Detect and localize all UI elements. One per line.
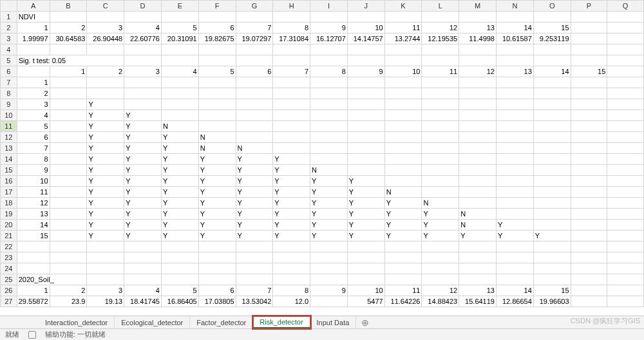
cell[interactable] — [236, 263, 273, 274]
cell[interactable] — [496, 263, 533, 274]
cell[interactable] — [50, 187, 87, 198]
col-header-K[interactable]: K — [384, 1, 422, 12]
cell[interactable]: Y — [87, 165, 124, 176]
cell[interactable] — [198, 274, 236, 285]
cell[interactable] — [571, 241, 607, 252]
row-header[interactable]: 9 — [1, 99, 17, 110]
cell[interactable] — [310, 132, 348, 143]
cell[interactable] — [50, 12, 87, 23]
cell[interactable]: 5 — [198, 66, 236, 77]
cell[interactable]: Y — [161, 209, 198, 220]
cell[interactable]: Y — [422, 231, 459, 241]
col-header-L[interactable]: L — [422, 1, 459, 12]
cell[interactable] — [607, 198, 644, 209]
cell[interactable]: 4 — [161, 66, 198, 77]
cell[interactable]: Y — [124, 176, 162, 187]
cell[interactable]: N — [236, 143, 273, 154]
cell[interactable] — [384, 99, 422, 110]
cell[interactable] — [459, 143, 497, 154]
cell[interactable]: Y — [161, 132, 198, 143]
row-header[interactable]: 20 — [1, 220, 17, 231]
cell[interactable] — [571, 99, 607, 110]
cell[interactable] — [50, 252, 87, 263]
cell[interactable]: Y — [347, 198, 384, 209]
cell[interactable] — [347, 154, 384, 165]
cell[interactable] — [607, 110, 644, 121]
cell[interactable] — [571, 33, 607, 44]
cell[interactable] — [459, 88, 497, 99]
cell[interactable] — [273, 77, 310, 88]
cell[interactable] — [533, 252, 571, 263]
cell[interactable] — [496, 55, 533, 66]
cell[interactable] — [198, 263, 236, 274]
cell[interactable] — [496, 121, 533, 132]
cell[interactable] — [310, 121, 348, 132]
cell[interactable] — [310, 274, 348, 285]
cell[interactable] — [422, 77, 459, 88]
cell[interactable] — [273, 12, 310, 23]
cell[interactable] — [422, 55, 459, 66]
cell[interactable] — [607, 263, 644, 274]
cell[interactable] — [571, 252, 607, 263]
cell[interactable]: 2 — [87, 66, 124, 77]
cell[interactable]: Y — [198, 165, 236, 176]
cell[interactable]: Sig. t test: 0.05 — [17, 55, 124, 66]
cell[interactable]: Y — [273, 220, 310, 231]
cell[interactable]: Y — [496, 220, 533, 231]
cell[interactable] — [607, 165, 644, 176]
cell[interactable] — [607, 220, 644, 231]
row-header[interactable]: 15 — [1, 165, 17, 176]
col-header-P[interactable]: P — [571, 1, 607, 12]
cell[interactable] — [422, 132, 459, 143]
cell[interactable] — [459, 121, 497, 132]
cell[interactable] — [347, 44, 384, 55]
cell[interactable] — [384, 55, 422, 66]
cell[interactable]: 12 — [459, 66, 497, 77]
cell[interactable]: Y — [310, 209, 348, 220]
row-header[interactable]: 4 — [1, 44, 17, 55]
cell[interactable]: Y — [87, 143, 124, 154]
cell[interactable] — [124, 77, 162, 88]
sheet-tab[interactable]: Factor_detector — [190, 316, 253, 328]
cell[interactable]: Y — [236, 198, 273, 209]
row-header[interactable]: 2 — [1, 23, 17, 33]
row-header[interactable]: 18 — [1, 198, 17, 209]
cell[interactable] — [607, 121, 644, 132]
cell[interactable]: Y — [87, 99, 124, 110]
cell[interactable] — [347, 55, 384, 66]
cell[interactable] — [50, 77, 87, 88]
cell[interactable]: 5 — [17, 121, 50, 132]
cell[interactable]: Y — [236, 231, 273, 241]
cell[interactable]: 14 — [17, 220, 50, 231]
cell[interactable] — [273, 132, 310, 143]
cell[interactable]: Y — [273, 165, 310, 176]
cell[interactable] — [273, 252, 310, 263]
cell[interactable]: Y — [161, 231, 198, 241]
cell[interactable] — [422, 165, 459, 176]
cell[interactable] — [310, 241, 348, 252]
cell[interactable] — [161, 252, 198, 263]
cell[interactable] — [87, 88, 124, 99]
cell[interactable] — [50, 110, 87, 121]
cell[interactable] — [496, 143, 533, 154]
cell[interactable]: 15 — [571, 66, 607, 77]
cell[interactable] — [198, 121, 236, 132]
cell[interactable] — [571, 263, 607, 274]
cell[interactable]: Y — [161, 176, 198, 187]
row-header[interactable]: 26 — [1, 285, 17, 296]
cell[interactable] — [607, 209, 644, 220]
cell[interactable]: 16.86405 — [161, 296, 198, 307]
cell[interactable]: Y — [124, 165, 162, 176]
cell[interactable]: Y — [273, 154, 310, 165]
cell[interactable] — [607, 143, 644, 154]
cell[interactable] — [17, 66, 50, 77]
cell[interactable]: 13.2744 — [384, 33, 422, 44]
cell[interactable] — [496, 88, 533, 99]
cell[interactable] — [607, 187, 644, 198]
cell[interactable] — [273, 241, 310, 252]
cell[interactable] — [161, 88, 198, 99]
cell[interactable]: 5 — [161, 23, 198, 33]
row-header[interactable]: 1 — [1, 12, 17, 23]
cell[interactable] — [50, 88, 87, 99]
cell[interactable]: 13 — [17, 209, 50, 220]
